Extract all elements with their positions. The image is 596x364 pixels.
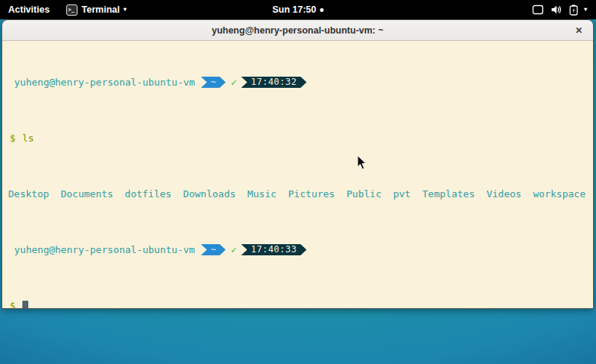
desktop: Activities >_ Terminal ▾ Sun 17:50	[0, 0, 596, 364]
prompt-line: yuheng@henry-personal-ubuntu-vm ~ ✓ 17:4…	[8, 244, 586, 255]
prompt-time: 17:40:33	[251, 244, 297, 255]
clock-button[interactable]: Sun 17:50	[264, 0, 331, 19]
volume-icon	[551, 4, 562, 15]
notification-dot-icon	[320, 8, 324, 12]
directory-item: Templates	[422, 188, 475, 199]
text-cursor	[22, 301, 28, 310]
directory-item: Pictures	[288, 188, 335, 199]
app-menu-button[interactable]: >_ Terminal ▾	[58, 0, 135, 19]
battery-charging-icon	[569, 4, 578, 16]
window-title: yuheng@henry-personal-ubuntu-vm: ~	[212, 25, 384, 36]
powerline-path-segment: ~	[201, 77, 226, 88]
terminal-window: yuheng@henry-personal-ubuntu-vm: ~ ✕ yuh…	[1, 19, 594, 309]
prompt-path: ~	[211, 77, 216, 88]
directory-item: pvt	[393, 188, 410, 199]
prompt-time: 17:40:32	[251, 77, 297, 88]
prompt-symbol: $	[8, 300, 16, 309]
directory-item: Videos	[486, 188, 522, 199]
status-ok-icon: ✓	[231, 77, 237, 88]
prompt-line: yuheng@henry-personal-ubuntu-vm ~ ✓ 17:4…	[8, 77, 586, 88]
command-line: $ ls	[8, 132, 586, 144]
powerline-time-segment: 17:40:32	[241, 77, 307, 88]
directory-item: Downloads	[183, 188, 235, 199]
clock-label: Sun 17:50	[272, 4, 316, 15]
chevron-down-icon: ▾	[584, 7, 587, 13]
directory-item: Desktop	[8, 188, 49, 199]
prompt-symbol: $	[8, 132, 16, 144]
chevron-down-icon: ▾	[124, 7, 127, 13]
close-button[interactable]: ✕	[572, 24, 586, 37]
prompt-path: ~	[211, 244, 216, 255]
command-text: ls	[22, 132, 34, 144]
directory-item: Documents	[60, 188, 112, 199]
top-bar: Activities >_ Terminal ▾ Sun 17:50	[0, 0, 596, 19]
directory-item: dotfiles	[125, 188, 172, 199]
terminal-app-icon: >_	[66, 4, 77, 16]
app-menu-label: Terminal	[82, 4, 120, 15]
input-line[interactable]: $	[8, 300, 586, 309]
directory-list: DesktopDocumentsdotfilesDownloadsMusicPi…	[8, 188, 586, 199]
prompt-user: yuheng@henry-personal-ubuntu-vm	[8, 77, 195, 88]
display-icon	[532, 4, 544, 15]
directory-item: Public	[346, 188, 381, 199]
powerline-time-segment: 17:40:33	[241, 244, 307, 255]
prompt-user: yuheng@henry-personal-ubuntu-vm	[8, 244, 195, 255]
directory-item: workspace	[533, 188, 586, 199]
window-titlebar[interactable]: yuheng@henry-personal-ubuntu-vm: ~ ✕	[2, 20, 593, 41]
mouse-cursor	[357, 155, 367, 170]
powerline-path-segment: ~	[201, 244, 226, 255]
directory-item: Music	[247, 188, 276, 199]
activities-button[interactable]: Activities	[0, 0, 58, 19]
terminal-content[interactable]: yuheng@henry-personal-ubuntu-vm ~ ✓ 17:4…	[2, 41, 593, 309]
system-status-menu[interactable]: ▾	[523, 0, 596, 19]
status-ok-icon: ✓	[231, 244, 237, 255]
